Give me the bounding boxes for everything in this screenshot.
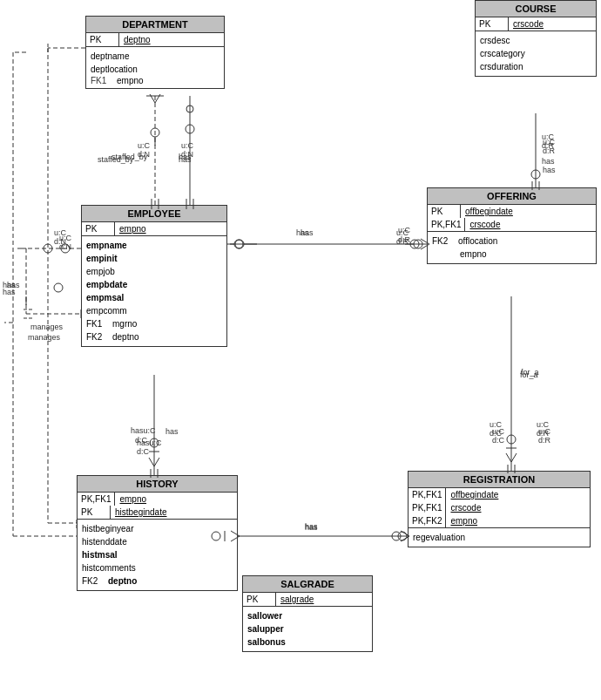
salgrade-pk-label: PK (243, 593, 276, 606)
history-field-histenddate: histenddate (82, 535, 233, 548)
svg-line-18 (154, 458, 159, 466)
employee-field-empcomm: empcomm (86, 304, 222, 317)
svg-text:hasu:C: hasu:C (131, 426, 156, 435)
employee-fk2-label: FK2 (86, 332, 112, 342)
ucdr-offering-reg2: u:Cd:R (538, 427, 550, 445)
svg-point-90 (54, 283, 63, 292)
department-fields: deptname deptlocation FK1 empno (86, 47, 224, 88)
offering-fk2-row: FK2 offlocation (432, 234, 591, 248)
offering-title: OFFERING (428, 188, 596, 205)
offering-field-offlocation: offlocation (458, 236, 497, 246)
department-field-empno: empno (117, 76, 144, 85)
course-entity: COURSE PK crscode crsdesc crscategory cr… (475, 0, 597, 77)
department-pk-label: PK (86, 33, 119, 46)
registration-pk-label3: PK,FK2 (409, 514, 446, 527)
history-pk-field2: histbegindate (111, 506, 172, 519)
offering-pk-label2: PK,FK1 (428, 218, 465, 231)
course-pk-field: crscode (509, 17, 548, 31)
salgrade-title: SALGRADE (243, 576, 372, 593)
employee-fk1-label: FK1 (86, 319, 112, 329)
svg-point-23 (414, 240, 422, 248)
for-a-label: for_a (520, 370, 538, 379)
employee-field-empmsal: empmsal (86, 291, 222, 304)
svg-text:manages: manages (28, 333, 61, 342)
history-fk2-label: FK2 (82, 576, 108, 586)
registration-pk-field3: empno (446, 514, 482, 527)
registration-pk-field2: crscode (446, 501, 485, 514)
history-pk-row1: PK,FK1 empno (78, 493, 237, 506)
svg-line-27 (511, 453, 517, 462)
department-entity: DEPARTMENT PK deptno deptname deptlocati… (85, 16, 225, 89)
svg-line-60 (150, 94, 155, 103)
svg-point-83 (392, 532, 401, 540)
department-fk1-label: FK1 (91, 76, 117, 85)
registration-pk-row1: PK,FK1 offbegindate (409, 488, 590, 501)
employee-pk-field: empno (115, 222, 151, 235)
history-fields: histbeginyear histenddate histmsal histc… (78, 520, 237, 590)
employee-field-deptno: deptno (112, 332, 139, 342)
salgrade-pk-section: PK salgrade (243, 593, 372, 607)
employee-field-empinit: empinit (86, 252, 222, 265)
ucdn-emp-self: u:Cd:N (59, 234, 71, 251)
registration-pk-field1: offbegindate (446, 488, 503, 501)
department-pk-section: PK deptno (86, 33, 224, 47)
has-left-label: has (3, 288, 16, 296)
svg-text:has: has (542, 157, 555, 166)
history-fk2-deptno-row: FK2 deptno (82, 574, 233, 588)
offering-entity: OFFERING PK offbegindate PK,FK1 crscode … (427, 187, 597, 264)
salgrade-field-sallower: sallower (247, 609, 368, 622)
department-field-deptname: deptname (91, 50, 219, 63)
employee-fk2-deptno-row: FK2 deptno (86, 330, 222, 343)
salgrade-pk-field: salgrade (276, 593, 318, 606)
svg-point-74 (410, 240, 419, 248)
course-title: COURSE (476, 1, 596, 17)
offering-fields: FK2 offlocation empno (428, 232, 596, 263)
history-field-histmsal: histmsal (82, 548, 233, 561)
course-field-crsdesc: crsdesc (480, 34, 591, 47)
history-pk-row2: PK histbegindate (78, 506, 237, 520)
history-title: HISTORY (78, 476, 237, 493)
svg-point-14 (151, 128, 159, 137)
employee-fields: empname empinit empjob empbdate empmsal … (82, 236, 226, 346)
offering-pk-row2: PK,FK1 crscode (428, 218, 596, 232)
offering-fk2-label: FK2 (432, 236, 458, 246)
svg-point-32 (44, 244, 52, 253)
erd-diagram: staffed_by has has has manages has for_a… (0, 0, 601, 700)
history-field-deptno: deptno (108, 576, 137, 586)
employee-pk-section: PK empno (82, 222, 226, 236)
hasuC-dC: hasu:Cd:C (137, 438, 162, 456)
employee-field-mgrno: mgrno (112, 319, 137, 329)
svg-line-26 (506, 453, 511, 462)
ucd-offering-reg1: u:Cd:C (492, 427, 504, 445)
employee-pk-label: PK (82, 222, 115, 235)
has-emp-offering-label: has (296, 228, 309, 237)
registration-pk-label1: PK,FK1 (409, 488, 446, 501)
employee-field-empjob: empjob (86, 265, 222, 278)
manages-label: manages (30, 323, 63, 331)
svg-point-70 (234, 240, 243, 248)
svg-point-16 (186, 125, 194, 133)
salgrade-fields: sallower salupper salbonus (243, 607, 372, 651)
offering-pk-label1: PK (428, 205, 461, 218)
registration-title: REGISTRATION (409, 472, 590, 488)
registration-pk-label2: PK,FK1 (409, 501, 446, 514)
ucdr-course-offering: u:Cd:R (543, 138, 555, 155)
history-field-histbeginyear: histbeginyear (82, 522, 233, 535)
course-field-crsduration: crsduration (480, 60, 591, 73)
offering-pk-field1: offbegindate (461, 205, 517, 218)
svg-point-25 (531, 170, 540, 179)
svg-point-30 (398, 532, 407, 540)
history-field-histcomments: histcomments (82, 561, 233, 574)
history-entity: HISTORY PK,FK1 empno PK histbegindate hi… (77, 475, 238, 591)
svg-line-17 (149, 458, 154, 466)
department-field-empno-row: FK1 empno (91, 76, 219, 85)
salgrade-field-salbonus: salbonus (247, 635, 368, 649)
employee-field-empbdate: empbdate (86, 278, 222, 291)
has-hist-reg-label: has (305, 523, 318, 532)
employee-fk1-mgrno-row: FK1 mgrno (86, 317, 222, 330)
registration-fields: regevaluation (409, 528, 590, 547)
employee-title: EMPLOYEE (82, 206, 226, 222)
history-pk-label1: PK,FK1 (78, 493, 115, 506)
has-course-offering-label: has (543, 166, 556, 174)
offering-pk-field2: crscode (465, 218, 504, 231)
